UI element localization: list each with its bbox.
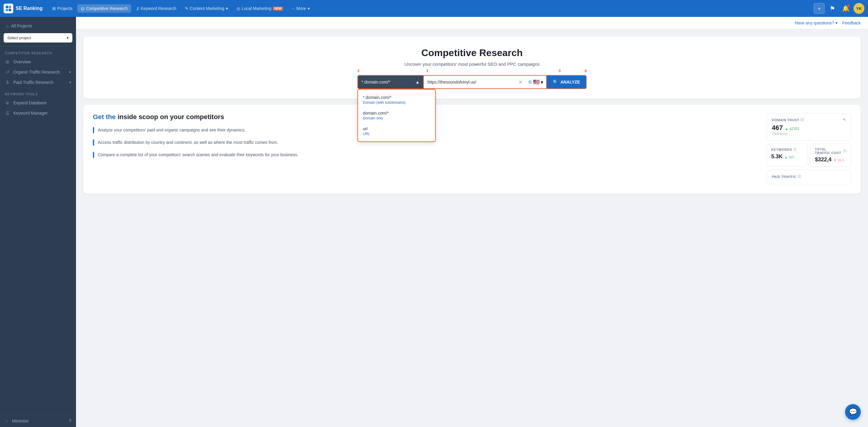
dots-icon: ···	[291, 6, 295, 11]
info-icon-keywords[interactable]: ⓘ	[793, 148, 797, 152]
info-icon-traffic[interactable]: ⓘ	[843, 149, 846, 153]
google-icon: G	[528, 80, 532, 85]
dropdown-item-domain-with-sub[interactable]: *.domain.com/* Domain (with subdomains)	[358, 92, 435, 108]
sidebar-item-organic[interactable]: ↺ Organic Traffic Research ▾	[0, 67, 76, 77]
traffic-cost-label: TOTAL TRAFFIC COST ⓘ	[815, 148, 846, 155]
step-1-label: 1	[426, 68, 428, 73]
all-projects-link[interactable]: ⌂ All Projects	[4, 22, 72, 30]
content-chevron-icon: ▾	[226, 6, 228, 11]
competitive-section-title: COMPETITIVE RESEARCH	[0, 47, 76, 57]
sidebar-item-paid[interactable]: $ Paid Traffic Research ▾	[0, 77, 76, 87]
search-card: Competitive Research Uncover your compet…	[83, 36, 861, 99]
notification-dot	[847, 4, 850, 7]
flag-button[interactable]: ⚑	[827, 3, 838, 14]
main-layout: ⌂ All Projects Select project ▾ COMPETIT…	[0, 17, 868, 427]
sidebar-item-overview[interactable]: ⊞ Overview	[0, 57, 76, 67]
domain-type-value: *.domain.com/*	[362, 80, 390, 85]
url-clear-button[interactable]: ✕	[519, 79, 522, 85]
keywords-label: KEYWORDS ⓘ	[771, 148, 803, 152]
search-engine-button[interactable]: G 🇺🇸 ▾	[525, 75, 546, 89]
info-card: Get the inside scoop on your competitors…	[83, 104, 861, 193]
content-icon: ✎	[185, 6, 188, 11]
logo[interactable]: SE Ranking	[4, 4, 42, 13]
step-4-label: 4	[585, 68, 587, 73]
nav-more[interactable]: ··· More ▾	[288, 4, 313, 13]
feedback-link[interactable]: Feedback	[842, 21, 861, 25]
stats-panel: DOMAIN TRUST ⓘ ✎ 467 ▲ a2351 Clicks/mo	[767, 113, 851, 185]
help-icon: ?	[69, 419, 71, 423]
keywords-values: 5.3K ▲ 265	[771, 153, 803, 160]
paid-traffic-label: PAID TRAFFIC ⓘ	[772, 174, 846, 179]
nav-projects[interactable]: ⊞ Projects	[49, 4, 76, 13]
top-navigation: SE Ranking ⊞ Projects ◎ Competitive Rese…	[0, 0, 868, 17]
minimize-arrow-icon: ←	[5, 419, 9, 423]
sidebar-section-keyword-tools: KEYWORD TOOLS ⊕ Expand Database ☰ Keywor…	[0, 87, 76, 118]
url-input-wrapper: ✕	[424, 75, 525, 89]
nav-local-marketing[interactable]: ◎ Local Marketing NEW	[233, 4, 286, 13]
add-button[interactable]: ＋	[814, 3, 825, 14]
questions-chevron-icon: ▾	[835, 21, 838, 25]
svg-rect-0	[6, 6, 8, 8]
sidebar-item-expand[interactable]: ⊕ Expand Database	[0, 98, 76, 108]
main-area: Have any questions? ▾ Feedback Competiti…	[76, 17, 868, 427]
country-flag: 🇺🇸	[533, 79, 539, 85]
search-icon: 🔍	[553, 80, 558, 85]
engine-chevron-icon: ▾	[541, 79, 543, 85]
domain-chevron-icon: ▲	[415, 80, 420, 85]
keyword-icon: ⚷	[136, 6, 139, 11]
svg-rect-3	[9, 9, 11, 11]
step-2-label: 2	[358, 68, 360, 73]
svg-rect-1	[9, 6, 11, 8]
info-bar-2	[93, 139, 94, 146]
edit-icon[interactable]: ✎	[843, 118, 846, 122]
home-icon: ⌂	[6, 24, 8, 28]
page-title: Competitive Research	[93, 47, 851, 59]
analyze-button[interactable]: 🔍 ANALYZE	[546, 75, 587, 89]
paid-traffic-card: PAID TRAFFIC ⓘ	[767, 170, 851, 185]
chat-icon: 💬	[849, 408, 857, 416]
have-questions-link[interactable]: Have any questions? ▾	[795, 21, 838, 25]
domain-type-dropdown: *.domain.com/* Domain (with subdomains) …	[358, 89, 436, 142]
sidebar-minimize[interactable]: ← Minimize ?	[0, 415, 76, 427]
search-row: 2 1 3 4 *.domain.com/* ▲ *.domain.co	[358, 75, 587, 89]
info-icon-paid[interactable]: ⓘ	[798, 174, 801, 179]
step-3-label: 3	[559, 68, 561, 73]
info-bar-3	[93, 152, 94, 158]
organic-icon: ↺	[5, 70, 10, 74]
url-input[interactable]	[424, 75, 525, 89]
keyword-tools-section-title: KEYWORD TOOLS	[0, 87, 76, 98]
dropdown-item-url[interactable]: url URL	[358, 123, 435, 139]
sidebar-section-competitive: COMPETITIVE RESEARCH ⊞ Overview ↺ Organi…	[0, 47, 76, 87]
notifications-button[interactable]: 🔔	[840, 3, 851, 14]
main-header: Have any questions? ▾ Feedback	[76, 17, 868, 29]
bookmark-icon: ☰	[5, 111, 10, 116]
nav-right-actions: ＋ ⚑ 🔔 YK	[814, 3, 864, 14]
nav-keyword-research[interactable]: ⚷ Keyword Research	[132, 4, 180, 13]
domain-trust-card: DOMAIN TRUST ⓘ ✎ 467 ▲ a2351 Clicks/mo	[767, 113, 851, 141]
sidebar-top: ⌂ All Projects Select project ▾	[0, 17, 76, 47]
user-avatar[interactable]: YK	[854, 3, 864, 14]
sidebar-item-manager[interactable]: ☰ Keyword Manager	[0, 108, 76, 118]
expand-icon: ⊕	[5, 100, 10, 105]
info-icon-domain[interactable]: ⓘ	[801, 118, 804, 122]
paid-chevron-icon: ▾	[69, 81, 71, 85]
new-badge: NEW	[273, 7, 283, 10]
competitive-icon: ◎	[81, 6, 85, 11]
nav-content-marketing[interactable]: ✎ Content Marketing ▾	[181, 4, 231, 13]
dropdown-item-domain-only[interactable]: domain.com/* Domain only	[358, 108, 435, 123]
main-content: Competitive Research Uncover your compet…	[76, 29, 868, 201]
location-icon: ◎	[237, 6, 240, 11]
overview-icon: ⊞	[5, 59, 10, 64]
traffic-cost-values: $322,4 ▼ 16.9	[815, 156, 846, 163]
logo-icon	[4, 4, 13, 13]
info-item-3: Compare a complete list of your competit…	[93, 152, 754, 158]
select-chevron-icon: ▾	[67, 36, 69, 40]
project-select[interactable]: Select project ▾	[4, 33, 72, 42]
organic-chevron-icon: ▾	[69, 70, 71, 74]
stats-grid: KEYWORDS ⓘ 5.3K ▲ 265 TOTAL TRAFFIC COST	[767, 144, 851, 167]
info-bar-1	[93, 127, 94, 133]
domain-type-button[interactable]: *.domain.com/* ▲	[358, 75, 424, 89]
chat-bubble[interactable]: 💬	[845, 404, 861, 420]
sidebar: ⌂ All Projects Select project ▾ COMPETIT…	[0, 17, 76, 427]
nav-competitive-research[interactable]: ◎ Competitive Research	[77, 4, 131, 13]
